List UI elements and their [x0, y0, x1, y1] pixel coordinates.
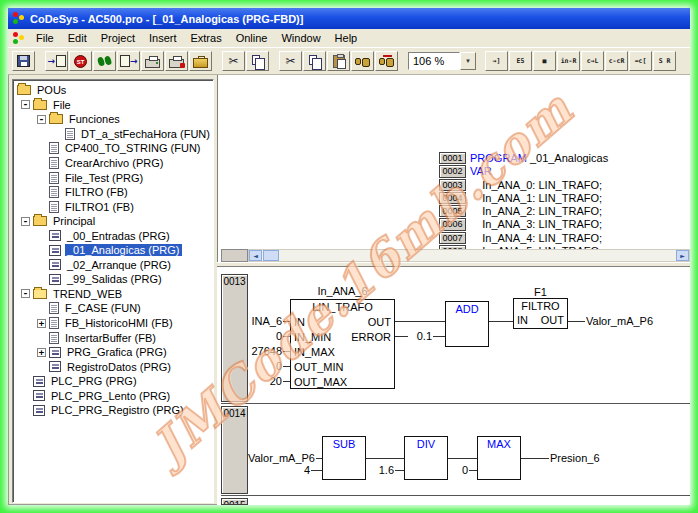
find-next-button[interactable]: [375, 51, 398, 71]
tree-item-plc-prg-registro-prg-[interactable]: PLC_PRG_Registro (PRG): [13, 403, 213, 418]
insert-input-icon[interactable]: in-R: [557, 51, 580, 71]
pou-tree-panel[interactable]: POUs-File-FuncionesDT_a_stFechaHora (FUN…: [12, 79, 214, 503]
insert-assign-icon[interactable]: E5: [509, 51, 532, 71]
max-block[interactable]: MAX: [477, 436, 521, 480]
line-number[interactable]: 0005: [439, 205, 466, 217]
menu-file[interactable]: File: [29, 29, 61, 48]
menu-extras[interactable]: Extras: [183, 29, 228, 48]
login-button[interactable]: [45, 51, 68, 71]
operand-value[interactable]: 0.1: [410, 330, 432, 342]
expand-icon[interactable]: +: [37, 319, 46, 328]
tree-item-principal[interactable]: -Principal: [13, 214, 213, 229]
horizontal-scrollbar[interactable]: ◄ ►: [248, 249, 690, 262]
tree-item-plc-prg-lento-prg-[interactable]: PLC_PRG_Lento (PRG): [13, 388, 213, 403]
tree-item-file[interactable]: -File: [13, 98, 213, 113]
line-number[interactable]: 0006: [439, 218, 466, 230]
tree-item-funciones[interactable]: -Funciones: [13, 112, 213, 127]
operand-value[interactable]: 0: [446, 464, 468, 476]
stop-button[interactable]: ST: [69, 51, 92, 71]
zoom-dropdown-button[interactable]: ▼: [460, 52, 476, 70]
code-line[interactable]: 0004 In_ANA_1: LIN_TRAFO;: [439, 192, 698, 205]
lin-trafo-block[interactable]: LIN_TRAFO IN IN_MIN IN_MAX OUT_MIN OUT_M…: [290, 299, 395, 389]
scroll-right-button[interactable]: ►: [676, 250, 689, 261]
tree-item-file-test-prg-[interactable]: File_Test (PRG): [13, 170, 213, 185]
insert-box-icon[interactable]: ■: [533, 51, 556, 71]
block-instance-label[interactable]: F1: [513, 286, 568, 298]
child-window-icon[interactable]: [12, 32, 25, 45]
tree-item--00-entradas-prg-[interactable]: _00_Entradas (PRG): [13, 228, 213, 243]
paste-button[interactable]: [327, 51, 350, 71]
operand-value[interactable]: INA_6: [238, 315, 282, 327]
menu-help[interactable]: Help: [328, 29, 365, 48]
add-block[interactable]: ADD: [445, 301, 489, 347]
operand-value[interactable]: 4: [288, 464, 310, 476]
line-number[interactable]: 0002: [439, 165, 466, 177]
line-number[interactable]: 0004: [439, 192, 466, 204]
tree-item-prg-grafica-prg-[interactable]: +PRG_Grafica (PRG): [13, 345, 213, 360]
code-line[interactable]: 0001PROGRAM _01_Analogicas: [439, 152, 698, 165]
code-line[interactable]: 0006 In_ANA_3: LIN_TRAFO;: [439, 218, 698, 231]
operand-value[interactable]: 0: [238, 360, 282, 372]
collapse-icon[interactable]: -: [37, 115, 46, 124]
tree-item-f-case-fun-[interactable]: F_CASE (FUN): [13, 301, 213, 316]
scroll-thumb[interactable]: [263, 250, 279, 261]
tree-item-trend-web[interactable]: -TREND_WEB: [13, 287, 213, 302]
tree-item--02-arranque-prg-[interactable]: _02_Arranque (PRG): [13, 258, 213, 273]
code-line[interactable]: 0003 In_ANA_0: LIN_TRAFO;: [439, 179, 698, 192]
result-variable[interactable]: Presion_6: [550, 452, 600, 464]
operand-value[interactable]: 1.6: [372, 464, 394, 476]
network-number[interactable]: 0014: [221, 406, 248, 494]
operand-value[interactable]: 20: [238, 375, 282, 387]
line-number[interactable]: 0001: [439, 152, 466, 164]
code-line[interactable]: 0005 In_ANA_2: LIN_TRAFO;: [439, 205, 698, 218]
div-block[interactable]: DIV: [404, 436, 448, 480]
tree-item-pous[interactable]: POUs: [13, 83, 213, 98]
menu-project[interactable]: Project: [94, 29, 142, 48]
logout-button[interactable]: [117, 51, 140, 71]
title-bar[interactable]: CoDeSys - AC500.pro - [_01_Analogicas (P…: [8, 8, 690, 29]
project-options-button[interactable]: [189, 51, 212, 71]
tree-item-fb-historicohmi-fb-[interactable]: +FB_HistoricoHMI (FB): [13, 316, 213, 331]
save-button[interactable]: [12, 51, 35, 71]
cut-button[interactable]: ✂: [222, 51, 245, 71]
run-button[interactable]: [93, 51, 116, 71]
menu-edit[interactable]: Edit: [61, 29, 94, 48]
cut-alt-button[interactable]: ✂: [279, 51, 302, 71]
print-cancel-button[interactable]: [165, 51, 188, 71]
operand-value[interactable]: 0: [238, 330, 282, 342]
block-instance-label[interactable]: In_ANA_6: [290, 285, 395, 297]
tree-item-plc-prg-prg-[interactable]: PLC_PRG (PRG): [13, 374, 213, 389]
menu-online[interactable]: Online: [229, 29, 275, 48]
filtro-block[interactable]: FILTRO IN OUT: [513, 298, 568, 329]
code-line[interactable]: 0007 In_ANA_4: LIN_TRAFO;: [439, 232, 698, 245]
menu-insert[interactable]: Insert: [142, 29, 184, 48]
collapse-icon[interactable]: -: [21, 100, 30, 109]
input-variable[interactable]: Valor_mA_P6: [238, 452, 315, 464]
tree-item-insertarbuffer-fb-[interactable]: InsertarBuffer (FB): [13, 330, 213, 345]
network-number[interactable]: 0015: [221, 498, 248, 505]
print-button[interactable]: [141, 51, 164, 71]
scroll-left-button[interactable]: ◄: [249, 250, 262, 261]
expand-icon[interactable]: +: [37, 348, 46, 357]
tree-item-creararchivo-prg-[interactable]: CrearArchivo (PRG): [13, 156, 213, 171]
insert-network-icon[interactable]: →]: [485, 51, 508, 71]
insert-return-icon[interactable]: c-cR: [605, 51, 628, 71]
set-reset-icon[interactable]: S R: [653, 51, 676, 71]
tree-item-cp400-to-string-fun-[interactable]: CP400_TO_STRING (FUN): [13, 141, 213, 156]
tree-item-filtro1-fb-[interactable]: FILTRO1 (FB): [13, 199, 213, 214]
copy-alt-button[interactable]: [303, 51, 326, 71]
find-button[interactable]: [351, 51, 374, 71]
code-line[interactable]: 0002VAR: [439, 165, 698, 178]
insert-output-icon[interactable]: =c[: [629, 51, 652, 71]
collapse-icon[interactable]: -: [21, 217, 30, 226]
zoom-combobox[interactable]: 106 %▼: [408, 52, 476, 70]
codesys-app-icon[interactable]: [12, 12, 25, 25]
result-variable[interactable]: Valor_mA_P6: [586, 315, 653, 327]
operand-value[interactable]: 27648: [238, 345, 282, 357]
insert-jump-icon[interactable]: c→L: [581, 51, 604, 71]
sub-block[interactable]: SUB: [322, 436, 366, 480]
line-number[interactable]: 0003: [439, 179, 466, 191]
fbd-editor[interactable]: 0013 In_ANA_6 INA_6 0 27648 0 20 LIN_TRA…: [217, 267, 690, 505]
tree-item-dt-a-stfechahora-fun-[interactable]: DT_a_stFechaHora (FUN): [13, 127, 213, 142]
tree-item--01-analogicas-prg-[interactable]: _01_Analogicas (PRG): [13, 243, 213, 258]
